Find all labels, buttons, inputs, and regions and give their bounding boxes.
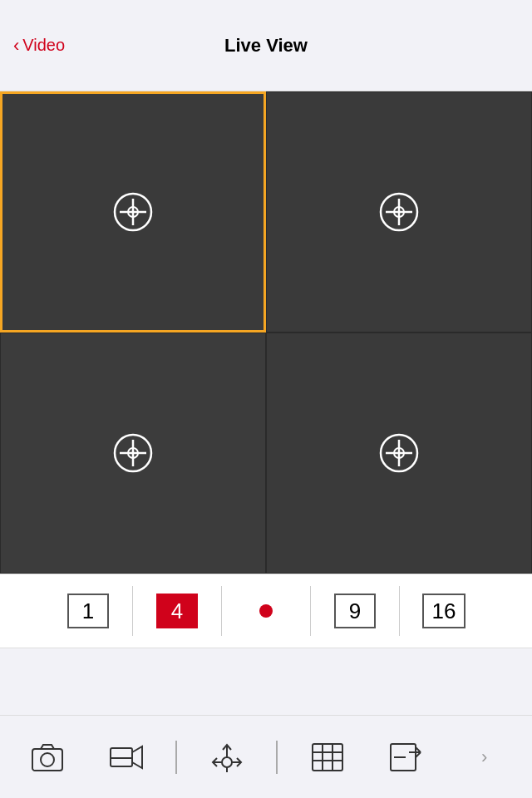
camera-cell-2[interactable] xyxy=(266,91,532,332)
more-button[interactable]: › xyxy=(456,728,514,786)
camera-cell-1[interactable] xyxy=(0,91,266,332)
segment-divider-1 xyxy=(132,586,133,636)
segment-dot-button[interactable] xyxy=(229,586,303,636)
add-camera-icon-1 xyxy=(111,190,155,234)
disconnect-button[interactable] xyxy=(377,728,435,786)
page-title: Live View xyxy=(224,35,308,57)
segment-dot-indicator xyxy=(259,604,273,618)
back-chevron-icon: ‹ xyxy=(13,37,19,55)
chevron-right-icon: › xyxy=(481,746,487,768)
segment-4-button[interactable]: 4 xyxy=(140,586,214,636)
record-button[interactable] xyxy=(97,728,155,786)
camera-cell-3[interactable] xyxy=(0,332,266,574)
segment-9-button[interactable]: 9 xyxy=(318,586,392,636)
playback-button[interactable] xyxy=(298,728,357,786)
video-camera-icon xyxy=(108,739,145,776)
segment-divider-4 xyxy=(399,586,400,636)
disconnect-icon xyxy=(387,739,424,776)
svg-rect-16 xyxy=(32,749,62,771)
camera-cell-4[interactable] xyxy=(266,332,532,574)
separator-2 xyxy=(276,741,278,774)
snapshot-button[interactable] xyxy=(18,728,76,786)
segment-divider-3 xyxy=(310,586,311,636)
segment-4-label: 4 xyxy=(156,594,198,628)
add-camera-icon-4 xyxy=(377,431,421,475)
svg-rect-25 xyxy=(313,744,342,771)
add-camera-icon-2 xyxy=(377,190,421,234)
segment-16-button[interactable]: 16 xyxy=(406,586,481,636)
svg-point-17 xyxy=(41,753,54,766)
back-label: Video xyxy=(22,36,65,55)
action-bar: › xyxy=(0,715,532,798)
camera-grid xyxy=(0,91,532,574)
playback-icon xyxy=(309,739,346,776)
segment-16-label: 16 xyxy=(422,594,466,628)
segment-bar: 1 4 9 16 xyxy=(0,574,532,648)
separator-1 xyxy=(175,741,177,774)
segment-divider-2 xyxy=(221,586,222,636)
back-button[interactable]: ‹ Video xyxy=(13,36,65,55)
svg-point-20 xyxy=(222,757,232,767)
segment-1-button[interactable]: 1 xyxy=(51,586,126,636)
ptz-icon xyxy=(209,739,245,776)
segment-9-label: 9 xyxy=(334,594,376,628)
segment-1-label: 1 xyxy=(67,594,109,628)
add-camera-icon-3 xyxy=(111,431,155,475)
ptz-button[interactable] xyxy=(198,728,256,786)
camera-icon xyxy=(29,739,66,776)
header: ‹ Video Live View xyxy=(0,0,532,91)
